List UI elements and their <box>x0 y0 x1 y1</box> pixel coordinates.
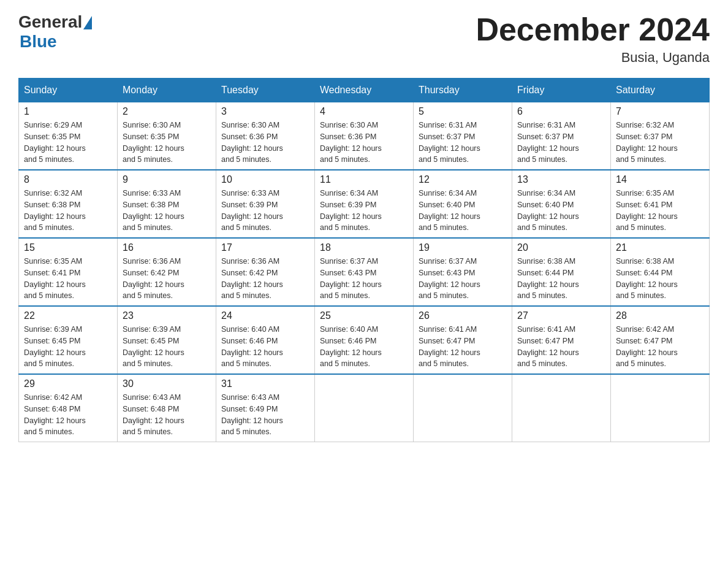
calendar-cell: 24 Sunrise: 6:40 AMSunset: 6:46 PMDaylig… <box>216 306 315 374</box>
day-number: 9 <box>123 174 211 185</box>
weekday-header-saturday: Saturday <box>611 79 710 102</box>
calendar-cell <box>414 374 512 442</box>
day-info: Sunrise: 6:33 AMSunset: 6:39 PMDaylight:… <box>221 188 309 234</box>
calendar-cell: 13 Sunrise: 6:34 AMSunset: 6:40 PMDaylig… <box>512 170 611 238</box>
day-info: Sunrise: 6:36 AMSunset: 6:42 PMDaylight:… <box>123 256 211 302</box>
calendar-cell <box>611 374 710 442</box>
calendar-cell: 31 Sunrise: 6:43 AMSunset: 6:49 PMDaylig… <box>216 374 315 442</box>
weekday-header-monday: Monday <box>118 79 216 102</box>
day-info: Sunrise: 6:30 AMSunset: 6:36 PMDaylight:… <box>221 120 309 166</box>
day-number: 22 <box>24 310 112 321</box>
day-number: 4 <box>320 106 408 117</box>
day-info: Sunrise: 6:39 AMSunset: 6:45 PMDaylight:… <box>123 324 211 370</box>
day-number: 5 <box>419 106 507 117</box>
calendar-cell: 14 Sunrise: 6:35 AMSunset: 6:41 PMDaylig… <box>611 170 710 238</box>
day-info: Sunrise: 6:35 AMSunset: 6:41 PMDaylight:… <box>24 256 112 302</box>
day-info: Sunrise: 6:42 AMSunset: 6:47 PMDaylight:… <box>616 324 704 370</box>
weekday-header-thursday: Thursday <box>414 79 512 102</box>
day-info: Sunrise: 6:41 AMSunset: 6:47 PMDaylight:… <box>419 324 507 370</box>
day-info: Sunrise: 6:31 AMSunset: 6:37 PMDaylight:… <box>419 120 507 166</box>
calendar-cell: 23 Sunrise: 6:39 AMSunset: 6:45 PMDaylig… <box>118 306 216 374</box>
day-info: Sunrise: 6:30 AMSunset: 6:36 PMDaylight:… <box>320 120 408 166</box>
day-number: 24 <box>221 310 309 321</box>
day-number: 30 <box>123 378 211 389</box>
day-info: Sunrise: 6:29 AMSunset: 6:35 PMDaylight:… <box>24 120 112 166</box>
day-number: 11 <box>320 174 408 185</box>
day-number: 31 <box>221 378 309 389</box>
calendar-cell: 4 Sunrise: 6:30 AMSunset: 6:36 PMDayligh… <box>315 102 414 170</box>
day-number: 26 <box>419 310 507 321</box>
day-info: Sunrise: 6:33 AMSunset: 6:38 PMDaylight:… <box>123 188 211 234</box>
day-number: 17 <box>221 242 309 253</box>
calendar-cell: 15 Sunrise: 6:35 AMSunset: 6:41 PMDaylig… <box>19 238 118 306</box>
day-number: 10 <box>221 174 309 185</box>
weekday-header-wednesday: Wednesday <box>315 79 414 102</box>
calendar-cell: 8 Sunrise: 6:32 AMSunset: 6:38 PMDayligh… <box>19 170 118 238</box>
day-info: Sunrise: 6:34 AMSunset: 6:40 PMDaylight:… <box>517 188 605 234</box>
calendar-cell: 2 Sunrise: 6:30 AMSunset: 6:35 PMDayligh… <box>118 102 216 170</box>
day-number: 2 <box>123 106 211 117</box>
day-number: 15 <box>24 242 112 253</box>
day-info: Sunrise: 6:40 AMSunset: 6:46 PMDaylight:… <box>221 324 309 370</box>
day-info: Sunrise: 6:34 AMSunset: 6:40 PMDaylight:… <box>419 188 507 234</box>
day-number: 19 <box>419 242 507 253</box>
calendar-cell: 30 Sunrise: 6:43 AMSunset: 6:48 PMDaylig… <box>118 374 216 442</box>
calendar-cell: 29 Sunrise: 6:42 AMSunset: 6:48 PMDaylig… <box>19 374 118 442</box>
day-number: 12 <box>419 174 507 185</box>
day-info: Sunrise: 6:39 AMSunset: 6:45 PMDaylight:… <box>24 324 112 370</box>
day-info: Sunrise: 6:40 AMSunset: 6:46 PMDaylight:… <box>320 324 408 370</box>
day-info: Sunrise: 6:38 AMSunset: 6:44 PMDaylight:… <box>616 256 704 302</box>
calendar-cell: 25 Sunrise: 6:40 AMSunset: 6:46 PMDaylig… <box>315 306 414 374</box>
day-number: 6 <box>517 106 605 117</box>
day-info: Sunrise: 6:37 AMSunset: 6:43 PMDaylight:… <box>419 256 507 302</box>
page-header: General Blue December 2024 Busia, Uganda <box>18 12 710 66</box>
weekday-header-friday: Friday <box>512 79 611 102</box>
calendar-cell: 17 Sunrise: 6:36 AMSunset: 6:42 PMDaylig… <box>216 238 315 306</box>
calendar-cell: 12 Sunrise: 6:34 AMSunset: 6:40 PMDaylig… <box>414 170 512 238</box>
calendar-cell <box>512 374 611 442</box>
day-number: 23 <box>123 310 211 321</box>
weekday-header-sunday: Sunday <box>19 79 118 102</box>
day-info: Sunrise: 6:35 AMSunset: 6:41 PMDaylight:… <box>616 188 704 234</box>
day-number: 28 <box>616 310 704 321</box>
day-number: 14 <box>616 174 704 185</box>
calendar-cell: 7 Sunrise: 6:32 AMSunset: 6:37 PMDayligh… <box>611 102 710 170</box>
calendar-cell: 11 Sunrise: 6:34 AMSunset: 6:39 PMDaylig… <box>315 170 414 238</box>
calendar-cell: 1 Sunrise: 6:29 AMSunset: 6:35 PMDayligh… <box>19 102 118 170</box>
day-number: 21 <box>616 242 704 253</box>
day-number: 16 <box>123 242 211 253</box>
day-number: 18 <box>320 242 408 253</box>
logo-blue-text: Blue <box>20 32 57 52</box>
day-info: Sunrise: 6:38 AMSunset: 6:44 PMDaylight:… <box>517 256 605 302</box>
calendar-table: SundayMondayTuesdayWednesdayThursdayFrid… <box>18 78 710 442</box>
day-number: 27 <box>517 310 605 321</box>
calendar-cell: 9 Sunrise: 6:33 AMSunset: 6:38 PMDayligh… <box>118 170 216 238</box>
title-block: December 2024 Busia, Uganda <box>476 12 710 66</box>
logo-triangle-icon <box>83 16 92 29</box>
day-number: 3 <box>221 106 309 117</box>
calendar-cell: 6 Sunrise: 6:31 AMSunset: 6:37 PMDayligh… <box>512 102 611 170</box>
weekday-header-tuesday: Tuesday <box>216 79 315 102</box>
day-info: Sunrise: 6:37 AMSunset: 6:43 PMDaylight:… <box>320 256 408 302</box>
calendar-cell: 28 Sunrise: 6:42 AMSunset: 6:47 PMDaylig… <box>611 306 710 374</box>
day-info: Sunrise: 6:43 AMSunset: 6:49 PMDaylight:… <box>221 392 309 438</box>
day-info: Sunrise: 6:34 AMSunset: 6:39 PMDaylight:… <box>320 188 408 234</box>
calendar-cell: 18 Sunrise: 6:37 AMSunset: 6:43 PMDaylig… <box>315 238 414 306</box>
day-info: Sunrise: 6:32 AMSunset: 6:37 PMDaylight:… <box>616 120 704 166</box>
calendar-cell: 20 Sunrise: 6:38 AMSunset: 6:44 PMDaylig… <box>512 238 611 306</box>
day-number: 8 <box>24 174 112 185</box>
calendar-cell: 21 Sunrise: 6:38 AMSunset: 6:44 PMDaylig… <box>611 238 710 306</box>
day-info: Sunrise: 6:31 AMSunset: 6:37 PMDaylight:… <box>517 120 605 166</box>
calendar-cell: 22 Sunrise: 6:39 AMSunset: 6:45 PMDaylig… <box>19 306 118 374</box>
calendar-cell <box>315 374 414 442</box>
calendar-cell: 27 Sunrise: 6:41 AMSunset: 6:47 PMDaylig… <box>512 306 611 374</box>
day-info: Sunrise: 6:36 AMSunset: 6:42 PMDaylight:… <box>221 256 309 302</box>
day-number: 7 <box>616 106 704 117</box>
calendar-cell: 16 Sunrise: 6:36 AMSunset: 6:42 PMDaylig… <box>118 238 216 306</box>
calendar-cell: 10 Sunrise: 6:33 AMSunset: 6:39 PMDaylig… <box>216 170 315 238</box>
day-info: Sunrise: 6:42 AMSunset: 6:48 PMDaylight:… <box>24 392 112 438</box>
day-info: Sunrise: 6:43 AMSunset: 6:48 PMDaylight:… <box>123 392 211 438</box>
month-title: December 2024 <box>476 12 710 47</box>
calendar-cell: 19 Sunrise: 6:37 AMSunset: 6:43 PMDaylig… <box>414 238 512 306</box>
day-number: 25 <box>320 310 408 321</box>
